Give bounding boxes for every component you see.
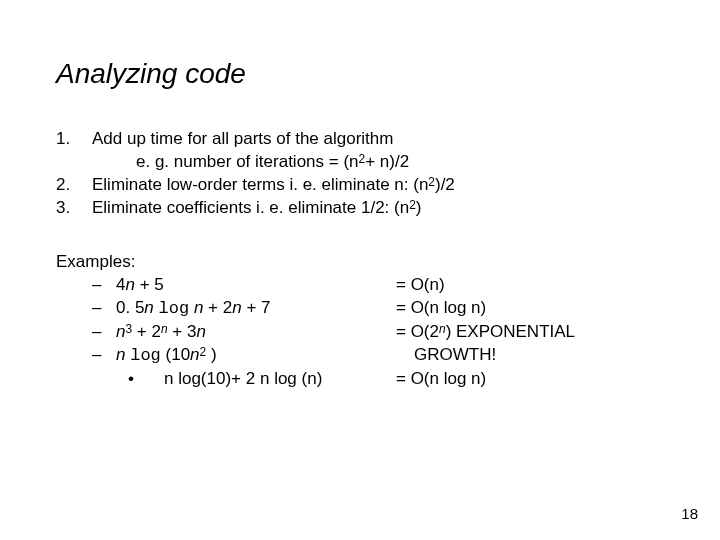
example-expr: 0. 5n log n + 2n + 7 [116, 297, 396, 321]
dash: – [56, 274, 116, 297]
text: + 7 [242, 298, 271, 317]
dash: – [56, 321, 116, 344]
var-n: n [125, 275, 134, 294]
text: ) [416, 198, 422, 217]
example-expr: n3 + 2n + 3n [116, 321, 396, 344]
sup-2: 2 [428, 175, 435, 189]
text: ) [206, 345, 216, 364]
step-text: Add up time for all parts of the algorit… [92, 128, 393, 151]
step-3: 3. Eliminate coefficients i. e. eliminat… [56, 197, 664, 220]
example-5: • n log(10)+ 2 n log (n) = O(n log n) [56, 368, 664, 391]
page-number: 18 [681, 505, 698, 522]
example-1: – 4n + 5 = O(n) [56, 274, 664, 297]
example-bigO: = O(n) [396, 274, 664, 297]
log: log [130, 346, 161, 365]
example-expr: n log(10)+ 2 n log (n) [164, 368, 396, 391]
step-text: Eliminate low-order terms i. e. eliminat… [92, 174, 455, 197]
text: Eliminate low-order terms i. e. eliminat… [92, 175, 428, 194]
text: + 5 [135, 275, 164, 294]
text: + n)/2 [365, 152, 409, 171]
text: e. g. number of iterations = (n [136, 152, 359, 171]
slide-title: Analyzing code [56, 58, 664, 90]
numbered-steps: 1. Add up time for all parts of the algo… [56, 128, 664, 220]
var-n: n [116, 345, 130, 364]
text: + 2 [231, 369, 255, 388]
var-n: n [196, 322, 205, 341]
example-bigO: = O(n log n) [396, 368, 664, 391]
example-expr: n log (10n2 ) [116, 344, 396, 368]
sup-n: n [439, 322, 446, 336]
text: ) EXPONENTIAL [446, 322, 575, 341]
sup-n: n [161, 322, 168, 336]
step-number: 1. [56, 128, 92, 151]
text: )/2 [435, 175, 455, 194]
var-n: n [144, 298, 158, 317]
text: + 2 [203, 298, 232, 317]
dash: – [56, 344, 116, 368]
example-bigO: = O(n log n) [396, 297, 664, 321]
dash: – [56, 297, 116, 321]
text: n log(10) [164, 369, 231, 388]
sup-2: 2 [409, 198, 416, 212]
examples-label: Examples: [56, 252, 664, 272]
bullet: • [56, 368, 164, 391]
example-3: – n3 + 2n + 3n = O(2n) EXPONENTIAL [56, 321, 664, 344]
log: log [159, 299, 190, 318]
text: Eliminate coefficients i. e. eliminate 1… [92, 198, 409, 217]
step-number: 3. [56, 197, 92, 220]
example-4: – n log (10n2 ) GROWTH! [56, 344, 664, 368]
text: n log (n) [260, 369, 322, 388]
example-bigO: = O(2n) EXPONENTIAL [396, 321, 664, 344]
text: + 3 [168, 322, 197, 341]
text: (10 [161, 345, 190, 364]
step-2: 2. Eliminate low-order terms i. e. elimi… [56, 174, 664, 197]
step-number: 2. [56, 174, 92, 197]
step-1: 1. Add up time for all parts of the algo… [56, 128, 664, 151]
var-n: n [190, 345, 199, 364]
text: 0. 5 [116, 298, 144, 317]
step-1-sub: e. g. number of iterations = (n2+ n)/2 [56, 151, 664, 174]
text: + 2 [132, 322, 161, 341]
var-n: n [189, 298, 203, 317]
var-n: n [232, 298, 241, 317]
text: = O(2 [396, 322, 439, 341]
step-text: Eliminate coefficients i. e. eliminate 1… [92, 197, 421, 220]
example-expr: 4n + 5 [116, 274, 396, 297]
example-growth: GROWTH! [396, 344, 664, 368]
example-2: – 0. 5n log n + 2n + 7 = O(n log n) [56, 297, 664, 321]
